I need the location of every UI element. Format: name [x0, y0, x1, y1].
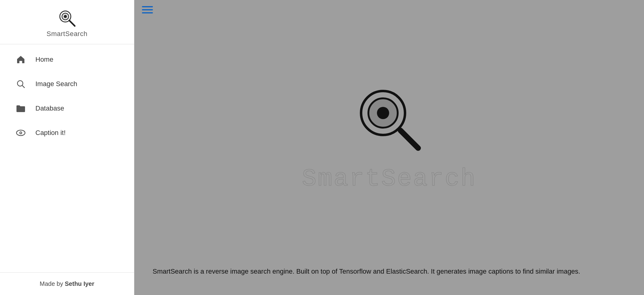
- svg-line-3: [69, 20, 75, 26]
- logo-text: SmartSearch: [47, 30, 88, 38]
- svg-line-12: [400, 130, 418, 148]
- main-content: SmartSearch SmartSearch is a reverse ima…: [134, 0, 644, 295]
- svg-point-11: [377, 107, 389, 119]
- sidebar-logo: SmartSearch: [0, 0, 134, 44]
- smartsearch-logo-icon: [58, 9, 76, 27]
- sidebar-item-database[interactable]: Database: [0, 96, 134, 121]
- main-description: SmartSearch is a reverse image search en…: [153, 266, 626, 277]
- svg-point-2: [64, 15, 67, 18]
- footer-author: Sethu Iyer: [65, 280, 94, 287]
- sidebar-item-home-label: Home: [35, 56, 53, 64]
- sidebar-item-caption[interactable]: Caption it!: [0, 121, 134, 145]
- sidebar-item-caption-label: Caption it!: [35, 129, 66, 137]
- sidebar-footer: Made by Sethu Iyer: [0, 272, 134, 295]
- sidebar-nav: Home Image Search Database: [0, 44, 134, 272]
- big-logo-icon: [356, 86, 423, 153]
- svg-point-8: [20, 132, 21, 133]
- sidebar-item-image-search-label: Image Search: [35, 80, 77, 88]
- brand-title: SmartSearch: [302, 165, 476, 193]
- home-icon: [15, 54, 26, 65]
- sidebar: SmartSearch Home Image Search: [0, 0, 134, 295]
- svg-line-5: [22, 86, 24, 88]
- hamburger-menu-button[interactable]: [142, 6, 153, 13]
- folder-icon: [15, 103, 26, 114]
- sidebar-item-image-search[interactable]: Image Search: [0, 72, 134, 96]
- sidebar-item-home[interactable]: Home: [0, 47, 134, 72]
- main-center: SmartSearch: [134, 20, 644, 295]
- sidebar-item-database-label: Database: [35, 104, 64, 112]
- search-icon: [15, 78, 26, 89]
- main-header: [134, 0, 644, 20]
- footer-prefix: Made by: [40, 280, 65, 287]
- eye-icon: [15, 127, 26, 138]
